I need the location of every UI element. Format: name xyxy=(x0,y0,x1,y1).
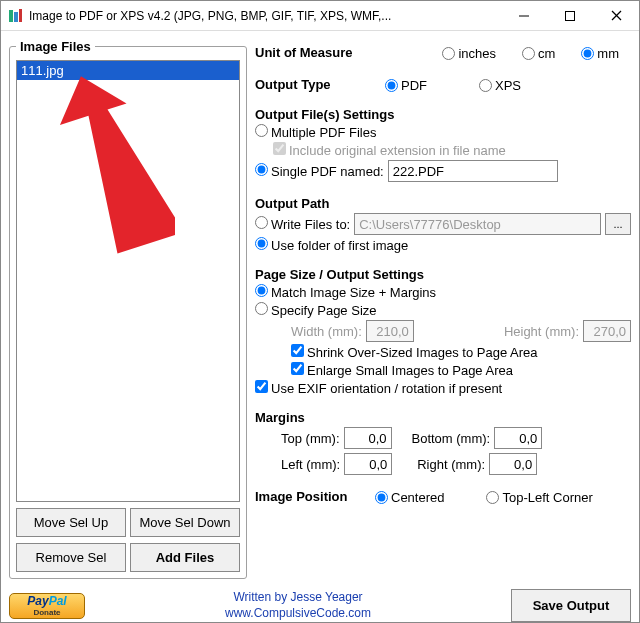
width-label: Width (mm): xyxy=(291,324,362,339)
image-position-legend: Image Position xyxy=(255,489,347,504)
titlebar: Image to PDF or XPS v4.2 (JPG, PNG, BMP,… xyxy=(1,1,639,31)
unit-legend: Unit of Measure xyxy=(255,45,353,60)
radio-single-pdf[interactable]: Single PDF named: xyxy=(255,163,384,179)
output-path-legend: Output Path xyxy=(255,196,631,211)
margin-left-input[interactable] xyxy=(344,453,392,475)
close-button[interactable] xyxy=(593,1,639,31)
list-item[interactable]: 111.jpg xyxy=(17,61,239,80)
radio-multiple-pdf[interactable]: Multiple PDF Files xyxy=(255,124,376,140)
website-link[interactable]: www.CompulsiveCode.com xyxy=(95,606,501,622)
save-output-button[interactable]: Save Output xyxy=(511,589,631,622)
file-list[interactable]: 111.jpg xyxy=(16,60,240,502)
radio-specify-page-size[interactable]: Specify Page Size xyxy=(255,302,377,318)
move-sel-up-button[interactable]: Move Sel Up xyxy=(16,508,126,537)
author-label: Written by Jesse Yeager xyxy=(95,590,501,606)
output-path-input xyxy=(354,213,601,235)
radio-centered[interactable]: Centered xyxy=(375,490,444,505)
minimize-button[interactable] xyxy=(501,1,547,31)
single-pdf-name-input[interactable] xyxy=(388,160,558,182)
output-type-legend: Output Type xyxy=(255,77,331,92)
margin-bottom-label: Bottom (mm): xyxy=(412,431,491,446)
checkbox-enlarge[interactable]: Enlarge Small Images to Page Area xyxy=(291,362,513,378)
file-settings-legend: Output File(s) Settings xyxy=(255,107,631,122)
radio-write-files-to[interactable]: Write Files to: xyxy=(255,216,350,232)
paypal-donate-button[interactable]: PayPal Donate xyxy=(9,593,85,619)
radio-pdf[interactable]: PDF xyxy=(385,78,427,93)
page-settings-legend: Page Size / Output Settings xyxy=(255,267,631,282)
app-icon xyxy=(7,8,23,24)
width-input xyxy=(366,320,414,342)
browse-button[interactable]: ... xyxy=(605,213,631,235)
svg-rect-1 xyxy=(14,12,18,22)
radio-mm[interactable]: mm xyxy=(581,46,619,61)
radio-match-image-size[interactable]: Match Image Size + Margins xyxy=(255,284,436,300)
credits: Written by Jesse Yeager www.CompulsiveCo… xyxy=(95,590,501,621)
margin-top-input[interactable] xyxy=(344,427,392,449)
image-files-legend: Image Files xyxy=(16,39,95,54)
maximize-button[interactable] xyxy=(547,1,593,31)
svg-rect-0 xyxy=(9,10,13,22)
margin-right-input[interactable] xyxy=(489,453,537,475)
margin-left-label: Left (mm): xyxy=(281,457,340,472)
height-label: Height (mm): xyxy=(504,324,579,339)
checkbox-shrink[interactable]: Shrink Over-Sized Images to Page Area xyxy=(291,344,538,360)
radio-use-folder[interactable]: Use folder of first image xyxy=(255,237,408,253)
image-files-group: Image Files 111.jpg Move Sel Up Move Sel… xyxy=(9,39,247,579)
margin-top-label: Top (mm): xyxy=(281,431,340,446)
move-sel-down-button[interactable]: Move Sel Down xyxy=(130,508,240,537)
window-title: Image to PDF or XPS v4.2 (JPG, PNG, BMP,… xyxy=(29,9,501,23)
margins-legend: Margins xyxy=(255,410,631,425)
radio-top-left[interactable]: Top-Left Corner xyxy=(486,490,592,505)
margin-right-label: Right (mm): xyxy=(417,457,485,472)
remove-sel-button[interactable]: Remove Sel xyxy=(16,543,126,572)
radio-cm[interactable]: cm xyxy=(522,46,555,61)
margin-bottom-input[interactable] xyxy=(494,427,542,449)
checkbox-include-ext: Include original extension in file name xyxy=(273,142,506,158)
svg-rect-4 xyxy=(566,11,575,20)
height-input xyxy=(583,320,631,342)
radio-xps[interactable]: XPS xyxy=(479,78,521,93)
radio-inches[interactable]: inches xyxy=(442,46,496,61)
add-files-button[interactable]: Add Files xyxy=(130,543,240,572)
svg-rect-2 xyxy=(19,9,22,22)
checkbox-exif[interactable]: Use EXIF orientation / rotation if prese… xyxy=(255,380,502,396)
